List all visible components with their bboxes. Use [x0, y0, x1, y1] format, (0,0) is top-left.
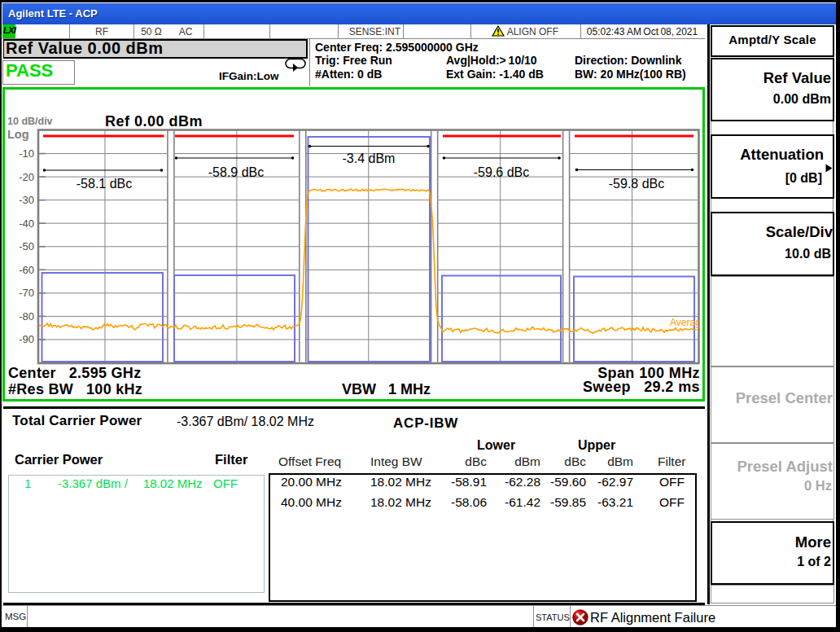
- svg-text:-58.1 dBc: -58.1 dBc: [77, 177, 132, 191]
- svg-text:-59.6 dBc: -59.6 dBc: [474, 165, 529, 179]
- svg-text:Average: Average: [670, 317, 707, 328]
- svg-text:-59.8 dBc: -59.8 dBc: [609, 177, 664, 191]
- svg-text:-3.4 dBm: -3.4 dBm: [343, 151, 396, 165]
- svg-text:-58.9 dBc: -58.9 dBc: [208, 165, 264, 179]
